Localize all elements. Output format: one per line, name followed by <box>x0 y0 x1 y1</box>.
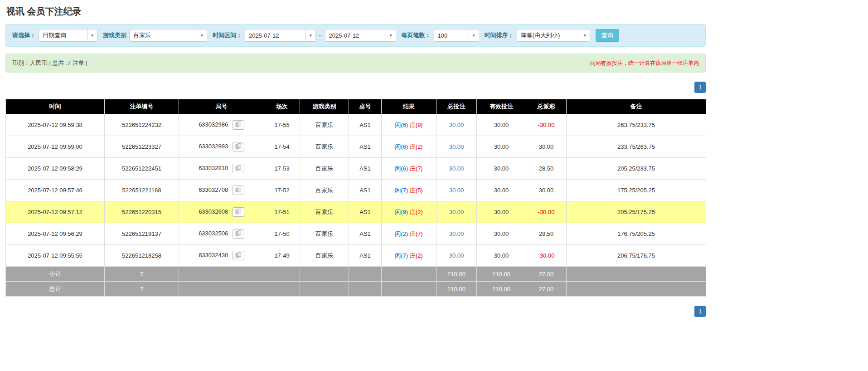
table-row: 2025-07-12 09:59:38 522651224232 6330329… <box>6 114 706 136</box>
cell-result: 闲(2) 庄(7) <box>382 223 436 245</box>
date-range-separator: ~ <box>319 32 322 39</box>
banker-result: 庄(5) <box>410 187 423 194</box>
cards-icon <box>235 143 242 150</box>
cell-game-type: 百家乐 <box>300 201 349 223</box>
query-type-label: 请选择： <box>12 31 36 39</box>
sort-label: 时间排序： <box>485 31 514 39</box>
cell-payout: 30.00 <box>526 136 567 158</box>
table-header-row: 时间 注单编号 局号 场次 游戏类别 桌号 结果 总投注 有效投注 总派彩 备注 <box>6 99 706 114</box>
cell-round-id: 633032430 <box>179 245 264 267</box>
chevron-down-icon[interactable]: ▼ <box>469 29 479 41</box>
cell-table-no: AS1 <box>349 201 382 223</box>
cell-bet-id: 522651223327 <box>105 136 179 158</box>
total-payout: 27.00 <box>526 282 567 297</box>
cell-time: 2025-07-12 09:55:55 <box>6 245 105 267</box>
chevron-down-icon[interactable]: ▼ <box>386 29 396 41</box>
cell-payout: 30.00 <box>526 180 567 201</box>
search-button[interactable]: 查询 <box>596 29 619 42</box>
cell-payout: -30.00 <box>526 114 567 136</box>
records-table: 时间 注单编号 局号 场次 游戏类别 桌号 结果 总投注 有效投注 总派彩 备注… <box>5 99 706 297</box>
header-game-type: 游戏类别 <box>300 99 349 114</box>
round-detail-button[interactable] <box>233 229 244 239</box>
cell-bet-id: 522651221168 <box>105 180 179 201</box>
table-row: 2025-07-12 09:59:00 522651223327 6330328… <box>6 136 706 158</box>
pagination-page-1[interactable]: 1 <box>694 306 706 317</box>
round-id-text: 633032810 <box>199 165 228 171</box>
chevron-down-icon[interactable]: ▼ <box>580 29 590 41</box>
total-bet-link[interactable]: 30.00 <box>449 165 464 172</box>
round-detail-button[interactable] <box>233 164 244 173</box>
player-result: 闲(9) <box>395 209 408 215</box>
date-from-input[interactable] <box>245 29 305 41</box>
page-size-select[interactable]: ▼ <box>434 29 479 42</box>
cell-valid-bet: 30.00 <box>477 114 526 136</box>
total-row: 总计 7 210.00 210.00 27.00 <box>6 282 706 297</box>
player-result: 闲(6) <box>395 122 408 128</box>
cell-time: 2025-07-12 09:59:00 <box>6 136 105 158</box>
cell-total-bet: 30.00 <box>436 158 477 180</box>
cell-note: 263.75/233.75 <box>567 114 706 136</box>
player-result: 闲(7) <box>395 252 408 259</box>
sort-input[interactable] <box>517 29 580 41</box>
table-row: 2025-07-12 09:57:46 522651221168 6330327… <box>6 180 706 201</box>
round-detail-button[interactable] <box>233 142 244 151</box>
cell-result: 闲(9) 庄(2) <box>382 201 436 223</box>
cell-valid-bet: 30.00 <box>477 223 526 245</box>
cell-game-type: 百家乐 <box>300 114 349 136</box>
total-bet-link[interactable]: 30.00 <box>449 143 464 150</box>
round-id-text: 633032608 <box>199 208 228 215</box>
cell-result: 闲(7) 庄(5) <box>382 180 436 201</box>
cell-valid-bet: 30.00 <box>477 180 526 201</box>
cell-result: 闲(6) 庄(2) <box>382 136 436 158</box>
total-bet-link[interactable]: 30.00 <box>449 187 464 194</box>
cell-note: 233.75/263.75 <box>567 136 706 158</box>
chevron-down-icon[interactable]: ▼ <box>197 29 207 41</box>
cell-time: 2025-07-12 09:57:12 <box>6 201 105 223</box>
pagination-bottom: 1 <box>5 306 706 317</box>
query-type-select[interactable]: ▼ <box>39 29 97 42</box>
total-label: 总计 <box>6 282 105 297</box>
header-payout: 总派彩 <box>526 99 567 114</box>
total-bet-link[interactable]: 30.00 <box>449 252 464 259</box>
query-type-input[interactable] <box>39 29 87 41</box>
round-detail-button[interactable] <box>233 251 244 260</box>
round-detail-button[interactable] <box>233 186 244 195</box>
cell-game-type: 百家乐 <box>300 158 349 180</box>
table-row: 2025-07-12 09:57:12 522651220315 6330326… <box>6 201 706 223</box>
cards-icon <box>235 252 242 259</box>
round-detail-button[interactable] <box>233 207 244 217</box>
chevron-down-icon[interactable]: ▼ <box>87 29 97 41</box>
page-size-input[interactable] <box>434 29 469 41</box>
page-size-label: 每页笔数： <box>402 31 431 39</box>
cell-result: 闲(7) 庄(2) <box>382 245 436 267</box>
total-bet-link[interactable]: 30.00 <box>449 122 464 128</box>
round-id-text: 633032893 <box>199 143 228 150</box>
pagination-page-1[interactable]: 1 <box>694 82 706 93</box>
header-table-no: 桌号 <box>349 99 382 114</box>
banker-result: 庄(2) <box>410 252 423 259</box>
round-detail-button[interactable] <box>233 120 244 130</box>
date-to-select[interactable]: ▼ <box>325 29 396 42</box>
date-to-input[interactable] <box>325 29 386 41</box>
date-from-select[interactable]: ▼ <box>245 29 316 42</box>
cell-table-no: AS1 <box>349 114 382 136</box>
cell-table-no: AS1 <box>349 158 382 180</box>
cell-session: 17-55 <box>264 114 300 136</box>
total-bet-link[interactable]: 30.00 <box>449 230 464 237</box>
header-result: 结果 <box>382 99 436 114</box>
round-id-text: 633032986 <box>199 121 228 128</box>
banker-result: 庄(9) <box>410 122 423 128</box>
header-note: 备注 <box>567 99 706 114</box>
header-round-id: 局号 <box>179 99 264 114</box>
cell-round-id: 633032810 <box>179 158 264 180</box>
chevron-down-icon[interactable]: ▼ <box>305 29 315 41</box>
banker-result: 庄(2) <box>410 143 423 150</box>
game-type-select[interactable]: ▼ <box>129 29 207 42</box>
cell-valid-bet: 30.00 <box>477 158 526 180</box>
cell-payout: 28.50 <box>526 158 567 180</box>
game-type-input[interactable] <box>130 29 197 41</box>
cell-game-type: 百家乐 <box>300 180 349 201</box>
sort-select[interactable]: ▼ <box>517 29 590 42</box>
subtotal-row: 小计 7 210.00 210.00 27.00 <box>6 267 706 282</box>
total-bet-link[interactable]: 30.00 <box>449 209 464 215</box>
